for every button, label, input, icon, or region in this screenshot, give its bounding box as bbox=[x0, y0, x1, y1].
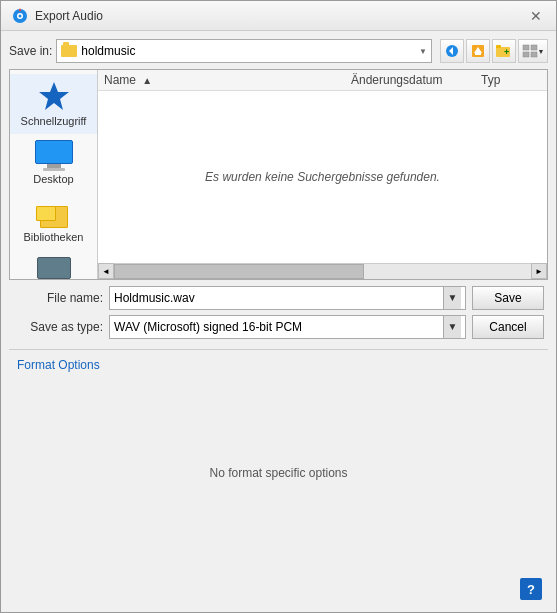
back-button[interactable] bbox=[440, 39, 464, 63]
view-button[interactable]: ▼ bbox=[518, 39, 548, 63]
empty-message: Es wurden keine Suchergebnisse gefunden. bbox=[205, 170, 440, 184]
export-audio-dialog: Export Audio ✕ Save in: holdmusic ▼ bbox=[0, 0, 557, 613]
filename-dropdown-icon[interactable]: ▼ bbox=[443, 287, 461, 309]
col-name-header: Name ▲ bbox=[104, 73, 351, 87]
scroll-thumb[interactable] bbox=[114, 264, 364, 279]
horizontal-scrollbar[interactable]: ◄ ► bbox=[98, 263, 547, 279]
scroll-right-button[interactable]: ► bbox=[531, 263, 547, 279]
save-in-row: Save in: holdmusic ▼ bbox=[9, 39, 548, 63]
file-list-content: Es wurden keine Suchergebnisse gefunden. bbox=[98, 91, 547, 263]
combo-arrow-icon: ▼ bbox=[419, 47, 427, 56]
sidebar-label-schnellzugriff: Schnellzugriff bbox=[21, 115, 87, 128]
no-options-text: No format specific options bbox=[209, 466, 347, 480]
col-type-header: Typ bbox=[481, 73, 541, 87]
sidebar: Schnellzugriff Desktop bbox=[10, 70, 98, 279]
file-area: Name ▲ Änderungsdatum Typ Es wurden kein… bbox=[98, 70, 547, 279]
save-button[interactable]: Save bbox=[472, 286, 544, 310]
desktop-icon bbox=[35, 140, 73, 170]
dialog-body: Save in: holdmusic ▼ bbox=[1, 31, 556, 612]
savetype-label: Save as type: bbox=[13, 320, 103, 334]
filename-row: File name: Holdmusic.wav ▼ Save bbox=[13, 286, 544, 310]
new-folder-icon: + bbox=[496, 44, 512, 58]
savetype-row: Save as type: WAV (Microsoft) signed 16-… bbox=[13, 315, 544, 339]
toolbar-buttons: + ▼ bbox=[440, 39, 548, 63]
svg-rect-16 bbox=[531, 52, 537, 57]
sort-arrow-icon: ▲ bbox=[142, 75, 152, 86]
back-icon bbox=[445, 44, 459, 58]
scroll-track[interactable] bbox=[114, 264, 531, 279]
audio-icon bbox=[11, 7, 29, 25]
save-in-combo[interactable]: holdmusic ▼ bbox=[56, 39, 432, 63]
sidebar-item-schnellzugriff[interactable]: Schnellzugriff bbox=[10, 74, 97, 134]
svg-rect-11 bbox=[496, 45, 501, 48]
star-icon bbox=[36, 80, 72, 112]
window-title: Export Audio bbox=[35, 9, 103, 23]
filename-label: File name: bbox=[13, 291, 103, 305]
svg-rect-13 bbox=[523, 45, 529, 50]
close-button[interactable]: ✕ bbox=[526, 6, 546, 26]
sidebar-label-desktop: Desktop bbox=[33, 173, 73, 186]
help-button[interactable]: ? bbox=[520, 578, 542, 600]
col-date-header: Änderungsdatum bbox=[351, 73, 481, 87]
format-options-content: No format specific options bbox=[17, 380, 540, 567]
format-options-title: Format Options bbox=[17, 358, 540, 372]
svg-point-2 bbox=[19, 14, 22, 17]
format-options-section: Format Options No format specific option… bbox=[9, 349, 548, 575]
svg-rect-14 bbox=[531, 45, 537, 50]
svg-rect-8 bbox=[475, 53, 481, 55]
folder-name: holdmusic bbox=[81, 44, 415, 58]
folder-icon bbox=[61, 45, 77, 57]
bottom-fields: File name: Holdmusic.wav ▼ Save Save as … bbox=[9, 280, 548, 345]
up-button[interactable] bbox=[466, 39, 490, 63]
bibliotheken-icon bbox=[36, 198, 72, 228]
view-icon bbox=[522, 44, 538, 58]
title-bar-left: Export Audio bbox=[11, 7, 103, 25]
filename-value: Holdmusic.wav bbox=[114, 291, 443, 305]
main-area: Schnellzugriff Desktop bbox=[9, 69, 548, 280]
view-dropdown-arrow: ▼ bbox=[538, 48, 545, 55]
dieser-pc-icon bbox=[36, 257, 72, 279]
scroll-left-button[interactable]: ◄ bbox=[98, 263, 114, 279]
sidebar-item-bibliotheken[interactable]: Bibliotheken bbox=[10, 192, 97, 250]
svg-rect-3 bbox=[19, 8, 21, 11]
save-in-label: Save in: bbox=[9, 44, 52, 58]
cancel-button[interactable]: Cancel bbox=[472, 315, 544, 339]
svg-text:+: + bbox=[504, 47, 509, 57]
svg-marker-17 bbox=[39, 82, 69, 110]
savetype-dropdown-icon[interactable]: ▼ bbox=[443, 316, 461, 338]
new-folder-button[interactable]: + bbox=[492, 39, 516, 63]
svg-rect-15 bbox=[523, 52, 529, 57]
title-bar: Export Audio ✕ bbox=[1, 1, 556, 31]
savetype-value: WAV (Microsoft) signed 16-bit PCM bbox=[114, 320, 443, 334]
sidebar-item-dieser-pc[interactable]: Dieser PC bbox=[10, 251, 97, 279]
sidebar-label-bibliotheken: Bibliotheken bbox=[24, 231, 84, 244]
savetype-combo[interactable]: WAV (Microsoft) signed 16-bit PCM ▼ bbox=[109, 315, 466, 339]
file-list-header: Name ▲ Änderungsdatum Typ bbox=[98, 70, 547, 91]
filename-combo[interactable]: Holdmusic.wav ▼ bbox=[109, 286, 466, 310]
sidebar-item-desktop[interactable]: Desktop bbox=[10, 134, 97, 192]
help-button-row: ? bbox=[9, 574, 548, 604]
up-icon bbox=[471, 44, 485, 58]
